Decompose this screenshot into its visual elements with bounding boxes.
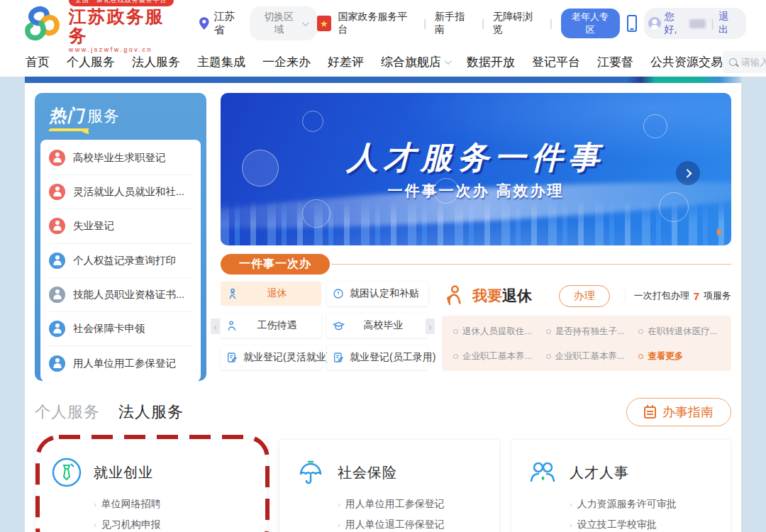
hero-banner[interactable]: 人才服务一件事 一件事一次办 高效办理: [221, 93, 731, 245]
once-section-tab[interactable]: 一件事一次办: [221, 254, 330, 275]
service-cards-row: 就业创业 ›单位网络招聘 ›见习机构申报 ›一次性创业补贴申领 社会保险: [35, 439, 731, 532]
chevron-bullet-icon: ›: [94, 521, 96, 529]
nav-item-flagship[interactable]: 综合旗舰店: [381, 54, 450, 70]
nav-item-legal[interactable]: 法人服务: [132, 54, 180, 70]
site-search[interactable]: [723, 51, 766, 73]
card-link[interactable]: ›用人单位退工停保登记: [338, 519, 484, 531]
retire-link[interactable]: 是否持有独生子...: [546, 326, 632, 338]
card-items: ›单位网络招聘 ›见习机构申报 ›一次性创业补贴申领: [94, 498, 252, 532]
location-pin-icon: [199, 17, 209, 30]
card-link-label: 人力资源服务许可审批: [577, 498, 677, 511]
once-item-label: 高校毕业: [364, 319, 404, 332]
service-guide-button[interactable]: 办事指南: [626, 398, 731, 426]
nav-item-supervision[interactable]: 江要督: [597, 54, 633, 70]
nav-item-open-data[interactable]: 数据开放: [467, 54, 515, 70]
hot-service-item[interactable]: 失业登记: [49, 209, 192, 243]
upper-content: 热门 服务 高校毕业生求职登记 灵活就业人员就业和社... 失业登记 个人权益记…: [25, 83, 741, 381]
nav-item-themes[interactable]: 主题集成: [197, 54, 245, 70]
retire-link[interactable]: 企业职工基本养...: [453, 350, 539, 362]
accessibility-link[interactable]: 无障碍浏览: [493, 11, 541, 36]
card-link-label: 用人单位用工参保登记: [345, 498, 445, 511]
once-item-employment-hiring[interactable]: 就业登记(员工录用): [327, 345, 428, 370]
card-link-label: 设立技工学校审批: [577, 519, 657, 531]
hot-service-item[interactable]: 用人单位用工参保登记: [49, 346, 192, 380]
hot-service-item[interactable]: 灵活就业人员就业和社...: [49, 175, 192, 209]
once-body: 退休 就困认定和补贴 工伤待遇 高校毕业: [221, 282, 731, 371]
search-icon: [729, 58, 737, 66]
once-item-graduation[interactable]: 高校毕业: [327, 314, 428, 338]
handle-button[interactable]: 办理: [559, 285, 610, 307]
retire-link-label: 在职转退休医疗...: [648, 326, 717, 338]
hot-services-title-rest: 服务: [87, 106, 120, 127]
card-social-insurance[interactable]: 社会保险 ›用人单位用工参保登记 ›用人单位退工停保登记 ›企业职工基本养老保险…: [279, 439, 500, 532]
logo-swirl-icon: [21, 5, 62, 42]
once-item-injury-benefits[interactable]: 工伤待遇: [221, 314, 321, 338]
card-link[interactable]: ›用人单位用工参保登记: [338, 498, 484, 511]
newbie-guide-link[interactable]: 新手指南: [435, 11, 473, 36]
once-item-label: 退休: [267, 287, 287, 300]
bullet-circle-icon: [638, 329, 643, 334]
nav-item-home[interactable]: 首页: [26, 54, 50, 70]
logo-text-block: 全国一体化在线政务服务平台 江苏政务服务 www.jszwfw.gov.cn: [69, 0, 181, 53]
logout-link[interactable]: 退出: [718, 11, 738, 36]
nav-item-personal[interactable]: 个人服务: [67, 54, 115, 70]
retire-link[interactable]: 企业职工基本养...: [546, 350, 632, 362]
site-logo[interactable]: 全国一体化在线政务服务平台 江苏政务服务 www.jszwfw.gov.cn: [21, 0, 181, 53]
link-separator: |: [423, 18, 426, 29]
summary-title-main: 退休: [502, 287, 532, 304]
retire-link[interactable]: 退休人员提取住...: [453, 326, 539, 338]
banner-deco-circle: [302, 111, 323, 132]
elderly-zone-button[interactable]: 老年人专区: [561, 9, 620, 38]
hot-item-label: 用人单位用工参保登记: [73, 357, 176, 370]
national-platform-link[interactable]: 国家政务服务平台: [338, 11, 416, 36]
once-item-retire[interactable]: 退休: [221, 282, 321, 306]
chevron-bullet-icon: ›: [338, 521, 340, 529]
nav-item-enterprise[interactable]: 一企来办: [262, 54, 311, 70]
tab-legal-services[interactable]: 法人服务: [118, 401, 184, 423]
hot-service-item[interactable]: 社会保障卡申领: [49, 312, 192, 346]
once-item-employment-flexible[interactable]: 就业登记(灵活就业): [221, 345, 321, 370]
card-employment[interactable]: 就业创业 ›单位网络招聘 ›见习机构申报 ›一次性创业补贴申领: [35, 439, 268, 532]
bullet-circle-icon: [453, 354, 458, 359]
switch-region-button[interactable]: 切换区域: [250, 6, 317, 40]
card-talent-hr[interactable]: 人才人事 ›人力资源服务许可审批 ›设立技工学校审批 ›流动人员人事档案接收: [511, 439, 731, 532]
hot-service-item[interactable]: 技能人员职业资格证书...: [49, 278, 192, 312]
nav-item-flagship-label: 综合旗舰店: [381, 54, 441, 70]
page-body: 热门 服务 高校毕业生求职登记 灵活就业人员就业和社... 失业登记 个人权益记…: [0, 77, 766, 532]
card-link[interactable]: ›见习机构申报: [94, 519, 252, 531]
banner-carousel-indicator[interactable]: [717, 228, 723, 235]
banner-next-arrow[interactable]: [676, 161, 700, 185]
banner-deco-circle: [643, 114, 667, 138]
card-link[interactable]: ›单位网络招聘: [94, 498, 252, 511]
nav-item-review[interactable]: 好差评: [328, 54, 364, 70]
package-text-after: 项服务: [704, 289, 731, 302]
user-account-pill[interactable]: 您好, | 退出: [644, 8, 746, 39]
graduation-cap-icon: [333, 320, 345, 332]
view-more-link[interactable]: 查看更多: [638, 350, 720, 362]
retire-summary-header: 我要退休 办理 一次打包办理 7 项服务: [442, 282, 731, 310]
retire-link[interactable]: 在职转退休医疗...: [638, 326, 720, 338]
document-pen-icon: [226, 352, 238, 363]
carousel-prev-icon[interactable]: ‹: [211, 318, 220, 334]
tab-personal-services[interactable]: 个人服务: [35, 401, 100, 423]
nav-item-public-resources[interactable]: 公共资源交易: [650, 54, 723, 70]
carousel-next-icon[interactable]: ›: [426, 318, 435, 334]
card-link[interactable]: ›设立技工学校审批: [570, 519, 715, 531]
hot-services-title-em: 热门: [49, 104, 84, 127]
hot-service-item[interactable]: 高校毕业生求职登记: [49, 141, 192, 175]
card-link-label: 见习机构申报: [101, 519, 161, 531]
mobile-phone-icon[interactable]: [627, 15, 638, 32]
nav-item-registration[interactable]: 登记平台: [532, 54, 580, 70]
hot-service-item[interactable]: 个人权益记录查询打印: [49, 244, 192, 278]
card-title: 人才人事: [570, 463, 629, 482]
package-info: 一次打包办理 7 项服务: [625, 289, 731, 302]
search-input[interactable]: [741, 57, 766, 67]
region-selector: 江苏省 切换区域: [199, 6, 317, 40]
hot-services-header: 热门 服务: [40, 99, 201, 134]
tie-circle-icon: [51, 457, 82, 488]
hot-services-list: 高校毕业生求职登记 灵活就业人员就业和社... 失业登记 个人权益记录查询打印 …: [40, 140, 201, 382]
site-url: www.jszwfw.gov.cn: [69, 46, 181, 53]
summary-title: 我要退休: [472, 286, 532, 306]
card-link[interactable]: ›人力资源服务许可审批: [570, 498, 715, 511]
once-item-difficulty-subsidy[interactable]: 就困认定和补贴: [327, 282, 428, 306]
